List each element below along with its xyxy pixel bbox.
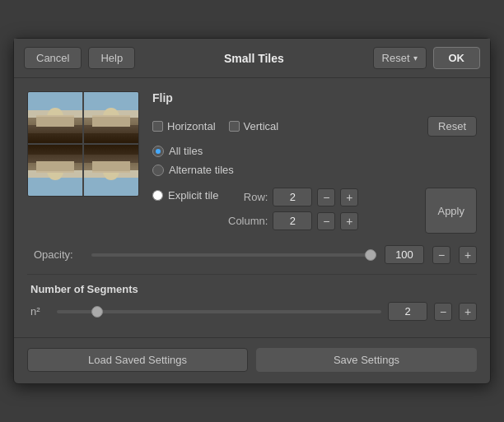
help-button[interactable]: Help	[88, 47, 135, 69]
opacity-label: Opacity:	[34, 248, 83, 261]
row-col-controls: Row: − + Column: − +	[225, 188, 418, 230]
opacity-input[interactable]	[385, 245, 424, 264]
tile-image-tr	[84, 92, 138, 143]
row-input[interactable]	[273, 188, 312, 206]
row-label: Row:	[225, 191, 268, 203]
apply-button[interactable]: Apply	[425, 188, 477, 234]
image-tiles-preview	[27, 91, 139, 197]
row-minus-button[interactable]: −	[317, 188, 335, 206]
chevron-down-icon: ▾	[413, 53, 418, 63]
tile-bottom-right	[84, 145, 138, 196]
top-bar-left: Cancel Help	[24, 47, 135, 69]
tile-top-right	[84, 92, 138, 143]
tile-bottom-left	[28, 145, 82, 196]
horizontal-label: Horizontal	[167, 120, 216, 132]
explicit-tile-radio[interactable]	[152, 190, 163, 201]
segments-row: n² − +	[27, 302, 477, 321]
segments-plus-button[interactable]: +	[459, 303, 477, 321]
segments-section: Number of Segments n² − +	[27, 274, 477, 326]
tile-image-bl	[28, 145, 82, 196]
save-settings-button[interactable]: Save Settings	[256, 348, 477, 372]
segments-input[interactable]	[388, 302, 427, 321]
explicit-section: Explicit tile Row: − + Column: −	[152, 188, 477, 234]
segments-n2-label: n²	[30, 305, 50, 318]
vertical-checkbox-group: Vertical	[229, 120, 279, 132]
vertical-label: Vertical	[244, 120, 279, 132]
dialog-title: Small Tiles	[142, 52, 366, 65]
horizontal-checkbox[interactable]	[152, 121, 163, 132]
col-item: Column: − +	[225, 211, 418, 230]
alternate-tiles-radio-group: Alternate tiles	[152, 164, 477, 176]
alternate-tiles-radio[interactable]	[152, 165, 164, 176]
tile-image-br	[84, 145, 138, 196]
segments-title: Number of Segments	[27, 283, 477, 295]
top-section: Flip Horizontal Vertical Reset	[27, 91, 477, 234]
flip-checkboxes-row: Horizontal Vertical Reset	[152, 116, 477, 137]
opacity-plus-button[interactable]: +	[459, 246, 477, 264]
cancel-button[interactable]: Cancel	[24, 47, 82, 69]
dialog: Cancel Help Small Tiles Reset ▾ OK	[13, 38, 491, 384]
segments-slider-container	[57, 305, 381, 318]
radio-section: All tiles Alternate tiles	[152, 145, 477, 176]
col-plus-button[interactable]: +	[340, 212, 358, 230]
col-minus-button[interactable]: −	[317, 212, 335, 230]
alternate-tiles-label: Alternate tiles	[169, 164, 234, 176]
segments-minus-button[interactable]: −	[434, 303, 452, 321]
flip-panel: Flip Horizontal Vertical Reset	[152, 91, 477, 234]
flip-title: Flip	[152, 91, 477, 104]
col-input[interactable]	[273, 211, 312, 230]
all-tiles-label: All tiles	[169, 145, 203, 157]
top-bar: Cancel Help Small Tiles Reset ▾ OK	[14, 39, 490, 78]
explicit-tile-radio-group: Explicit tile	[152, 189, 218, 202]
opacity-minus-button[interactable]: −	[432, 246, 450, 264]
tile-top-left	[28, 92, 82, 143]
explicit-tile-label: Explicit tile	[168, 189, 218, 202]
load-settings-button[interactable]: Load Saved Settings	[27, 348, 248, 372]
reset-dropdown-label: Reset	[382, 52, 410, 64]
opacity-slider-container	[91, 248, 376, 262]
col-label: Column:	[225, 215, 268, 227]
flip-reset-button[interactable]: Reset	[427, 116, 477, 137]
reset-dropdown-button[interactable]: Reset ▾	[373, 47, 427, 69]
ok-button[interactable]: OK	[433, 47, 481, 69]
all-tiles-radio-group: All tiles	[152, 145, 477, 157]
all-tiles-radio[interactable]	[152, 146, 164, 157]
segments-slider[interactable]	[57, 310, 381, 313]
content: Flip Horizontal Vertical Reset	[14, 78, 490, 337]
opacity-slider[interactable]	[91, 253, 376, 257]
tile-image-tl	[28, 92, 82, 143]
horizontal-checkbox-group: Horizontal	[152, 120, 216, 132]
bottom-bar: Load Saved Settings Save Settings	[14, 337, 490, 383]
opacity-row: Opacity: − +	[27, 245, 477, 264]
row-item: Row: − +	[225, 188, 418, 206]
vertical-checkbox[interactable]	[229, 121, 240, 132]
row-plus-button[interactable]: +	[340, 188, 358, 206]
